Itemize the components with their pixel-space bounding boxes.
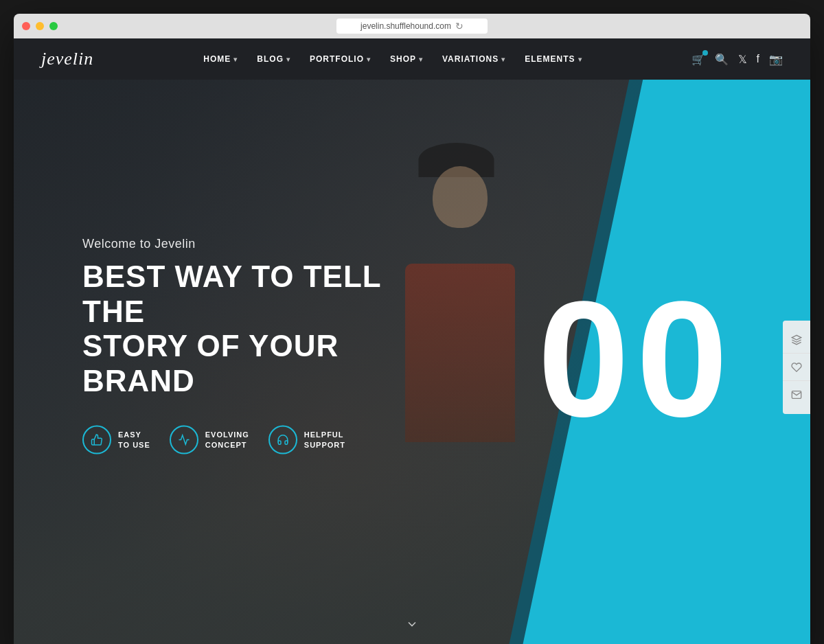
hero-content: Welcome to Jevelin BEST WAY TO TELL THE … — [82, 237, 385, 455]
twitter-icon[interactable]: 𝕏 — [738, 53, 747, 66]
hero-big-numbers: 0 0 — [538, 277, 728, 441]
evolving-concept-icon — [170, 426, 198, 455]
site-logo[interactable]: jevelin — [41, 49, 93, 69]
url-text: jevelin.shufflehound.com — [360, 21, 451, 31]
nav-icons: 🛒 🔍 𝕏 f 📷 — [691, 53, 783, 66]
easy-to-use-icon — [82, 426, 111, 455]
hero-features: EASYTO USE EVOLVINGCONCEPT — [82, 426, 385, 455]
nav-item-home[interactable]: HOME ▾ — [203, 54, 238, 64]
sidebar-mail-icon[interactable] — [783, 381, 810, 409]
website-container: jevelin HOME ▾ BLOG ▾ PORTFOLIO ▾ SHOP ▾ — [14, 38, 810, 644]
nav-item-blog[interactable]: BLOG ▾ — [257, 54, 290, 64]
instagram-icon[interactable]: 📷 — [769, 53, 783, 66]
nav-item-shop[interactable]: SHOP ▾ — [390, 54, 423, 64]
sidebar-heart-icon[interactable] — [783, 354, 810, 381]
chevron-down-icon: ▾ — [286, 56, 290, 63]
chevron-down-icon: ▾ — [367, 56, 371, 63]
feature-evolving-concept: EVOLVINGCONCEPT — [170, 426, 249, 455]
nav-menu: HOME ▾ BLOG ▾ PORTFOLIO ▾ SHOP ▾ VARIATI… — [203, 54, 582, 64]
hero-headline: BEST WAY TO TELL THE STORY OF YOUR BRAND — [82, 260, 385, 398]
person-body — [405, 264, 515, 442]
nav-item-elements[interactable]: ELEMENTS ▾ — [525, 54, 582, 64]
easy-to-use-label: EASYTO USE — [118, 430, 150, 451]
navbar: jevelin HOME ▾ BLOG ▾ PORTFOLIO ▾ SHOP ▾ — [14, 38, 810, 80]
refresh-icon[interactable]: ↻ — [455, 21, 464, 32]
close-button[interactable] — [22, 22, 30, 30]
scroll-down-button[interactable] — [405, 617, 419, 634]
sidebar-layers-icon[interactable] — [783, 326, 810, 354]
person-head — [433, 166, 488, 228]
hero-welcome-text: Welcome to Jevelin — [82, 237, 385, 251]
sidebar-icons-panel — [783, 321, 810, 414]
maximize-button[interactable] — [49, 22, 58, 30]
search-icon[interactable]: 🔍 — [715, 53, 729, 66]
browser-window: jevelin.shufflehound.com ↻ jevelin HOME … — [14, 14, 810, 644]
feature-easy-to-use: EASYTO USE — [82, 426, 150, 455]
evolving-concept-label: EVOLVINGCONCEPT — [205, 430, 249, 451]
chevron-down-icon: ▾ — [233, 56, 238, 63]
nav-item-portfolio[interactable]: PORTFOLIO ▾ — [310, 54, 371, 64]
chevron-down-icon: ▾ — [501, 56, 505, 63]
hero-number-0-right: 0 — [637, 277, 728, 441]
chevron-down-icon: ▾ — [419, 56, 423, 63]
cart-icon[interactable]: 🛒 — [691, 53, 705, 66]
hero-number-0-left: 0 — [538, 277, 629, 441]
helpful-support-label: HELPFULSUPPORT — [304, 430, 345, 451]
address-bar[interactable]: jevelin.shufflehound.com ↻ — [336, 19, 488, 34]
browser-titlebar: jevelin.shufflehound.com ↻ — [14, 14, 810, 38]
nav-item-variations[interactable]: VARIATIONS ▾ — [442, 54, 505, 64]
helpful-support-icon — [268, 426, 297, 455]
minimize-button[interactable] — [36, 22, 44, 30]
svg-marker-0 — [792, 335, 801, 340]
hero-section: 0 0 — [14, 80, 810, 644]
facebook-icon[interactable]: f — [757, 53, 759, 65]
feature-helpful-support: HELPFULSUPPORT — [268, 426, 345, 455]
chevron-down-icon: ▾ — [578, 56, 582, 63]
